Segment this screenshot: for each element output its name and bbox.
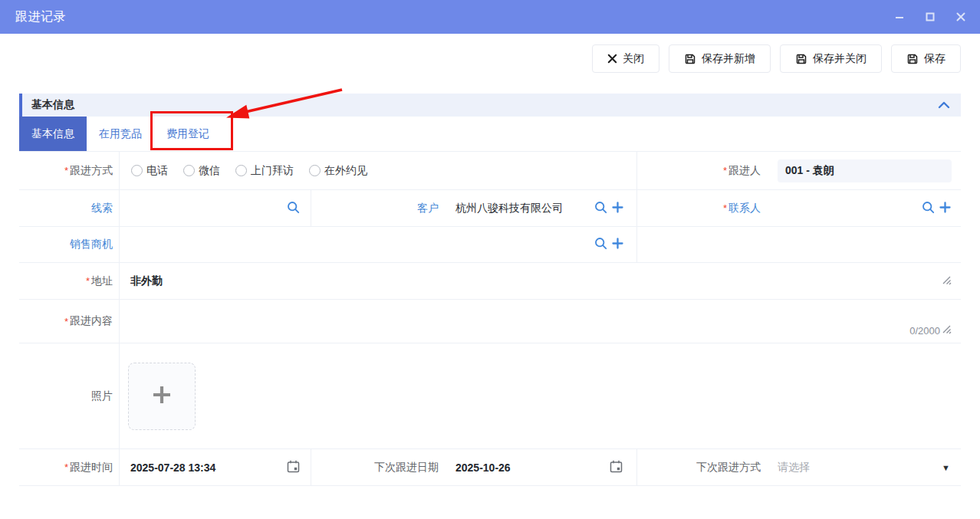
tab-competitors-in-use[interactable]: 在用竞品 — [87, 117, 154, 151]
save-button-label: 保存 — [924, 52, 945, 66]
search-icon[interactable] — [922, 201, 935, 216]
follow-person-label: * 跟进人 — [636, 152, 767, 189]
radio-circle-icon — [131, 165, 143, 176]
search-icon[interactable] — [594, 237, 607, 252]
maximize-icon[interactable] — [925, 11, 936, 22]
contact-field[interactable] — [767, 189, 961, 226]
opportunity-label[interactable]: 销售商机 — [19, 226, 119, 262]
tab-basic-info[interactable]: 基本信息 — [19, 117, 87, 151]
lead-label[interactable]: 线索 — [19, 189, 119, 226]
chevron-down-icon: ▼ — [942, 463, 950, 472]
follow-up-record-window: 跟进记录 关闭 — [0, 0, 980, 519]
radio-circle-icon — [183, 165, 195, 176]
close-button[interactable]: 关闭 — [592, 44, 659, 73]
next-method-label: 下次跟进方式 — [636, 448, 767, 485]
content-label: * 跟进内容 — [19, 299, 119, 343]
calendar-icon[interactable] — [609, 459, 623, 476]
save-and-new-label: 保存并新增 — [702, 52, 755, 66]
radio-phone[interactable]: 电话 — [131, 164, 168, 178]
add-icon[interactable] — [612, 202, 623, 215]
resize-handle-icon[interactable] — [941, 324, 952, 337]
address-field[interactable]: 非外勤 — [119, 262, 961, 299]
tab-bar: 基本信息 在用竞品 费用登记 — [19, 117, 961, 151]
lead-field[interactable] — [119, 189, 311, 226]
photo-upload-button[interactable] — [128, 363, 196, 430]
customer-value: 杭州八骏科技有限公司 — [455, 202, 563, 215]
next-date-field[interactable]: 2025-10-26 — [445, 448, 636, 485]
radio-wechat[interactable]: 微信 — [183, 164, 220, 178]
close-window-icon[interactable] — [955, 11, 966, 22]
content-field[interactable]: 0/2000 — [119, 299, 961, 343]
minimize-icon[interactable] — [894, 11, 905, 22]
contact-label[interactable]: * 联系人 — [636, 189, 767, 226]
follow-time-field[interactable]: 2025-07-28 13:34 — [119, 448, 311, 485]
close-button-label: 关闭 — [623, 52, 644, 66]
customer-field[interactable]: 杭州八骏科技有限公司 — [445, 189, 636, 226]
collapse-chevron-up-icon[interactable] — [938, 98, 950, 112]
next-date-value: 2025-10-26 — [455, 462, 511, 474]
search-icon[interactable] — [594, 201, 607, 216]
window-title: 跟进记录 — [15, 9, 66, 25]
follow-method-radio-group: 电话 微信 上门拜访 在外约见 — [119, 152, 636, 189]
radio-circle-icon — [235, 165, 247, 176]
char-counter: 0/2000 — [909, 325, 940, 337]
follow-person-field: 001 - 袁朗 — [767, 152, 961, 189]
save-and-new-button[interactable]: 保存并新增 — [669, 44, 771, 73]
basic-info-panel: 基本信息 基本信息 在用竞品 费用登记 * 跟进方式 电话 — [19, 94, 961, 486]
window-controls — [894, 11, 966, 22]
photo-field — [119, 343, 961, 448]
add-icon[interactable] — [612, 238, 623, 251]
follow-time-label: * 跟进时间 — [19, 448, 119, 485]
address-value: 非外勤 — [130, 274, 163, 288]
plus-upload-icon — [150, 383, 174, 409]
save-and-close-button[interactable]: 保存并关闭 — [780, 44, 882, 73]
calendar-icon[interactable] — [286, 459, 301, 476]
save-icon — [795, 53, 807, 65]
close-icon — [607, 54, 617, 64]
tab-expense-registration[interactable]: 费用登记 — [154, 117, 222, 151]
follow-person-value: 001 - 袁朗 — [778, 159, 952, 182]
titlebar: 跟进记录 — [0, 0, 980, 34]
toolbar: 关闭 保存并新增 保存并关闭 — [592, 44, 961, 73]
section-header: 基本信息 — [19, 94, 961, 117]
save-and-close-label: 保存并关闭 — [813, 52, 867, 66]
save-icon — [906, 53, 919, 65]
search-icon[interactable] — [287, 201, 300, 216]
next-method-placeholder: 请选择 — [778, 461, 810, 475]
follow-method-label: * 跟进方式 — [19, 152, 119, 189]
radio-outside-meeting[interactable]: 在外约见 — [309, 164, 367, 178]
customer-label[interactable]: 客户 — [311, 189, 445, 226]
radio-door-visit[interactable]: 上门拜访 — [235, 164, 294, 178]
resize-handle-icon[interactable] — [941, 274, 952, 287]
radio-circle-icon — [309, 165, 321, 176]
follow-time-value: 2025-07-28 13:34 — [130, 462, 215, 474]
photo-label: 照片 — [19, 343, 119, 448]
next-date-label: 下次跟进日期 — [311, 448, 445, 485]
save-icon — [684, 53, 696, 65]
address-label: * 地址 — [19, 262, 119, 299]
next-method-select[interactable]: 请选择 ▼ — [767, 448, 961, 485]
opportunity-field[interactable] — [119, 226, 636, 262]
section-title: 基本信息 — [31, 98, 938, 112]
add-icon[interactable] — [939, 202, 951, 215]
save-button[interactable]: 保存 — [891, 44, 961, 73]
form-grid: * 跟进方式 电话 微信 上门拜访 在外约见 — [19, 151, 961, 486]
empty-cell — [636, 226, 961, 262]
